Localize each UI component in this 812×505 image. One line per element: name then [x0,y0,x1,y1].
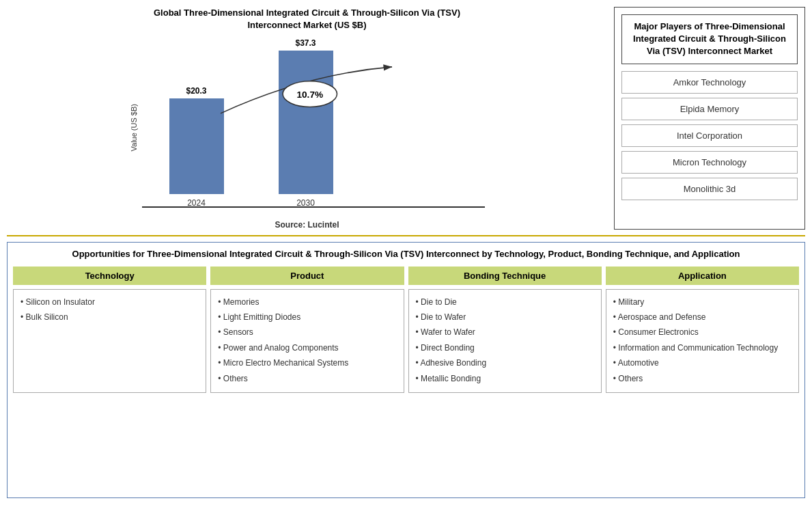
y-axis-label: Value (US $B) [130,104,138,152]
chart-inner: $20.3 2024 $37.3 2030 [142,38,485,216]
application-item-5: Others [613,372,792,385]
category-header-technology: Technology [13,267,206,285]
application-item-2: Consumer Electronics [613,325,792,339]
player-item-1: Elpida Memory [621,98,798,120]
category-col-product: Product Memories Light Emitting Diodes S… [210,267,404,393]
bonding-item-0: Die to Die [416,295,594,309]
category-header-application: Application [606,267,799,285]
x-axis-line [142,206,485,208]
bottom-section: Opportunities for Three-Dimensional Inte… [7,242,805,498]
category-body-technology: Silicon on Insulator Bulk Silicon [13,289,206,393]
bonding-item-2: Wafer to Wafer [416,325,594,339]
bonding-item-4: Adhesive Bonding [416,356,594,370]
bar-value-2030: $37.3 [295,38,316,48]
category-header-product: Product [210,267,404,285]
technology-list: Silicon on Insulator Bulk Silicon [20,295,199,325]
product-item-2: Sensors [218,325,396,339]
product-list: Memories Light Emitting Diodes Sensors P… [218,295,396,385]
player-item-3: Micron Technology [621,151,798,174]
category-col-application: Application Military Aerospace and Defen… [606,267,799,393]
category-header-bonding: Bonding Technique [408,267,602,285]
bonding-list: Die to Die Die to Wafer Wafer to Wafer D… [416,295,594,385]
category-body-bonding: Die to Die Die to Wafer Wafer to Wafer D… [408,289,602,393]
category-col-technology: Technology Silicon on Insulator Bulk Sil… [13,267,206,393]
chart-container: Value (US $B) $20.3 2024 $37. [130,38,485,216]
application-item-0: Military [613,295,792,309]
bar-value-2024: $20.3 [186,86,206,96]
category-body-product: Memories Light Emitting Diodes Sensors P… [210,289,404,393]
chart-area: Global Three-Dimensional Integrated Circ… [7,7,607,230]
player-item-2: Intel Corporation [621,124,798,147]
product-item-1: Light Emitting Diodes [218,310,396,324]
bonding-item-1: Die to Wafer [416,310,594,324]
bar-2024 [169,98,224,194]
opportunities-title: Opportunities for Three-Dimensional Inte… [13,248,799,260]
bars-area: $20.3 2024 $37.3 2030 [142,38,485,224]
category-body-application: Military Aerospace and Defense Consumer … [606,289,799,393]
bar-group-2024: $20.3 2024 [169,86,224,208]
major-players-panel: Major Players of Three-Dimensional Integ… [614,7,805,230]
bar-group-2030: $37.3 2030 [279,38,333,208]
categories-grid: Technology Silicon on Insulator Bulk Sil… [13,267,799,393]
application-list: Military Aerospace and Defense Consumer … [613,295,792,385]
player-item-4: Monolithic 3d [621,178,798,200]
product-item-4: Micro Electro Mechanical Systems [218,356,396,370]
technology-item-0: Silicon on Insulator [20,295,199,309]
chart-title: Global Three-Dimensional Integrated Circ… [154,7,460,31]
bonding-item-3: Direct Bonding [416,341,594,355]
category-col-bonding: Bonding Technique Die to Die Die to Wafe… [408,267,602,393]
application-item-3: Information and Communication Technology [613,341,792,355]
bar-2030 [279,51,333,194]
product-item-0: Memories [218,295,396,309]
player-item-0: Amkor Technology [621,71,798,94]
technology-item-1: Bulk Silicon [20,310,199,324]
application-item-1: Aerospace and Defense [613,310,792,324]
product-item-3: Power and Analog Components [218,341,396,355]
application-item-4: Automotive [613,356,792,370]
top-section: Global Three-Dimensional Integrated Circ… [7,7,805,236]
major-players-title: Major Players of Three-Dimensional Integ… [621,14,798,64]
bonding-item-5: Metallic Bonding [416,372,594,385]
page-wrapper: Global Three-Dimensional Integrated Circ… [0,0,812,505]
product-item-5: Others [218,372,396,385]
